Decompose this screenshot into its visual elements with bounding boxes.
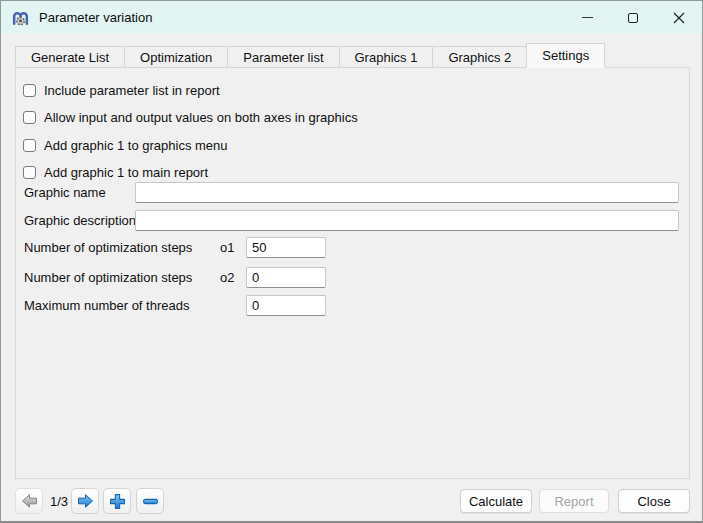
graphic-name-input[interactable] [135, 182, 679, 203]
maximize-button[interactable] [610, 1, 656, 34]
page-indicator: 1/3 [47, 494, 71, 509]
arrow-right-icon [76, 493, 95, 509]
max-threads-input[interactable] [246, 295, 326, 316]
tab-label: Generate List [31, 50, 109, 65]
checkbox-label: Add graphic 1 to graphics menu [44, 138, 228, 153]
checkbox-row-include-parameter-list: Include parameter list in report [23, 83, 220, 98]
close-dialog-button[interactable]: Close [618, 489, 690, 513]
titlebar: Parameter variation [1, 1, 702, 34]
optimization-steps-2-symbol: o2 [220, 270, 246, 285]
graphic-name-row: Graphic name [24, 182, 679, 203]
optimization-steps-1-symbol: o1 [220, 240, 246, 255]
tab-graphics-1[interactable]: Graphics 1 [339, 46, 434, 68]
minimize-icon [582, 17, 593, 18]
minus-icon [142, 493, 159, 510]
next-page-button[interactable] [71, 488, 99, 514]
tab-label: Graphics 1 [355, 50, 418, 65]
checkbox-label: Include parameter list in report [44, 83, 220, 98]
tab-label: Settings [542, 48, 589, 63]
allow-both-axes-checkbox[interactable] [23, 111, 36, 124]
minimize-button[interactable] [564, 1, 610, 34]
close-icon [673, 12, 685, 24]
optimization-steps-1-row: Number of optimization steps o1 [24, 237, 326, 258]
parameter-variation-dialog: Parameter variation Generate List Optimi… [0, 0, 703, 523]
optimization-steps-1-input[interactable] [246, 237, 326, 258]
tab-label: Optimization [140, 50, 212, 65]
optimization-steps-1-label: Number of optimization steps [24, 240, 220, 255]
optimization-steps-2-row: Number of optimization steps o2 [24, 267, 326, 288]
close-button[interactable] [656, 1, 702, 34]
tab-label: Graphics 2 [448, 50, 511, 65]
maximize-icon [628, 13, 638, 23]
checkbox-row-allow-both-axes: Allow input and output values on both ax… [23, 110, 358, 125]
tab-generate-list[interactable]: Generate List [15, 46, 125, 68]
settings-pane: Include parameter list in report Allow i… [15, 67, 690, 479]
add-graphic-menu-checkbox[interactable] [23, 139, 36, 152]
tab-bar: Generate List Optimization Parameter lis… [15, 46, 604, 68]
graphic-description-label: Graphic description [24, 213, 135, 228]
checkbox-row-add-graphic-report: Add graphic 1 to main report [23, 165, 208, 180]
add-page-button[interactable] [103, 488, 131, 514]
graphic-description-row: Graphic description [24, 210, 679, 231]
plus-icon [109, 493, 126, 510]
report-button[interactable]: Report [539, 489, 609, 513]
optimization-steps-2-label: Number of optimization steps [24, 270, 220, 285]
optimization-steps-2-input[interactable] [246, 267, 326, 288]
remove-page-button[interactable] [136, 488, 164, 514]
max-threads-label: Maximum number of threads [24, 298, 220, 313]
window-controls [564, 1, 702, 34]
tab-label: Parameter list [243, 50, 323, 65]
graphic-description-input[interactable] [135, 210, 679, 231]
tab-graphics-2[interactable]: Graphics 2 [432, 46, 527, 68]
tab-optimization[interactable]: Optimization [124, 46, 228, 68]
graphic-name-label: Graphic name [24, 185, 135, 200]
add-graphic-report-checkbox[interactable] [23, 166, 36, 179]
checkbox-row-add-graphic-menu: Add graphic 1 to graphics menu [23, 138, 228, 153]
tab-settings[interactable]: Settings [526, 43, 605, 68]
window-title: Parameter variation [39, 10, 152, 25]
prev-page-button[interactable] [15, 488, 43, 514]
checkbox-label: Add graphic 1 to main report [44, 165, 208, 180]
calculate-button[interactable]: Calculate [460, 489, 532, 513]
include-parameter-list-checkbox[interactable] [23, 84, 36, 97]
tab-parameter-list[interactable]: Parameter list [227, 46, 339, 68]
app-logo-icon [11, 8, 30, 27]
checkbox-label: Allow input and output values on both ax… [44, 110, 358, 125]
arrow-left-icon [20, 493, 39, 509]
max-threads-row: Maximum number of threads [24, 295, 326, 316]
